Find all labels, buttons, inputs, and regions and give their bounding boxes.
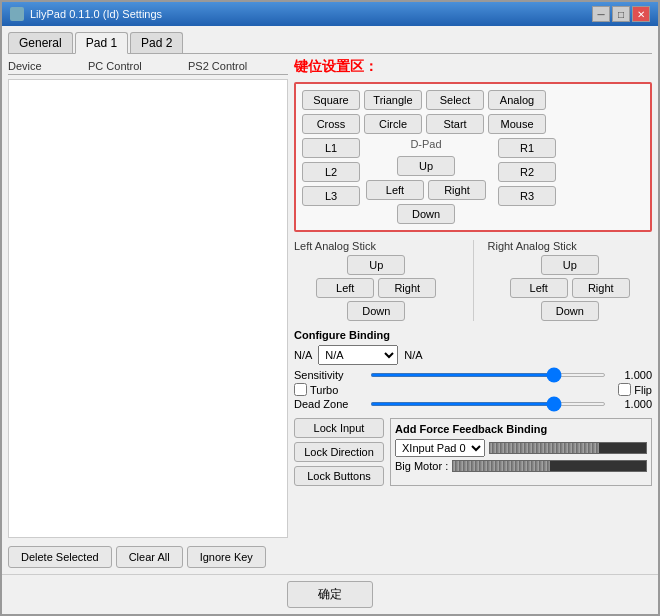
configure-binding-value1: N/A (294, 349, 312, 361)
configure-binding-label: Configure Binding (294, 329, 652, 341)
mouse-button[interactable]: Mouse (488, 114, 546, 134)
left-analog-left[interactable]: Left (316, 278, 374, 298)
lock-direction-button[interactable]: Lock Direction (294, 442, 384, 462)
right-analog-lr: Left Right (510, 278, 630, 298)
ignore-key-button[interactable]: Ignore Key (187, 546, 266, 568)
ok-button[interactable]: 确定 (287, 581, 373, 608)
main-area: Device PC Control PS2 Control 键位设置区： Squ… (8, 58, 652, 538)
configure-binding-select[interactable]: N/A (318, 345, 398, 365)
device-col-device: Device (8, 60, 88, 72)
dpad-label: D-Pad (410, 138, 441, 150)
deadzone-slider[interactable] (370, 402, 606, 406)
l1-button[interactable]: L1 (302, 138, 360, 158)
select-button[interactable]: Select (426, 90, 484, 110)
lock-input-button[interactable]: Lock Input (294, 418, 384, 438)
ff-motor-bar2 (452, 460, 647, 472)
section-label: 键位设置区： (294, 58, 652, 76)
configure-binding-row: N/A N/A N/A (294, 345, 652, 365)
title-bar-left: LilyPad 0.11.0 (Id) Settings (10, 7, 162, 21)
dpad-up-button[interactable]: Up (397, 156, 455, 176)
configure-binding-section: Configure Binding N/A N/A N/A (294, 329, 652, 365)
left-panel: Device PC Control PS2 Control (8, 58, 288, 538)
ff-title: Add Force Feedback Binding (395, 423, 647, 435)
dpad-center: D-Pad Up Left Right Down (366, 138, 486, 224)
r1-button[interactable]: R1 (498, 138, 556, 158)
title-bar: LilyPad 0.11.0 (Id) Settings ─ □ ✕ (2, 2, 658, 26)
l-buttons: L1 L2 L3 (302, 138, 360, 206)
left-analog-group: Left Analog Stick Up Left Right Down (294, 240, 459, 321)
sensitivity-slider[interactable] (370, 373, 606, 377)
device-col-ps2: PS2 Control (188, 60, 278, 72)
force-feedback-section: Add Force Feedback Binding XInput Pad 0 … (390, 418, 652, 486)
triangle-button[interactable]: Triangle (364, 90, 422, 110)
main-window: LilyPad 0.11.0 (Id) Settings ─ □ ✕ Gener… (0, 0, 660, 616)
deadzone-value: 1.000 (612, 398, 652, 410)
dpad-section: L1 L2 L3 D-Pad Up Left Right (302, 138, 644, 224)
lock-buttons-group: Lock Input Lock Direction Lock Buttons (294, 418, 384, 486)
bottom-section: Lock Input Lock Direction Lock Buttons A… (294, 418, 652, 486)
sensitivity-section: Sensitivity 1.000 Turbo Flip (294, 369, 652, 410)
content-area: General Pad 1 Pad 2 Device PC Control PS… (2, 26, 658, 574)
circle-button[interactable]: Circle (364, 114, 422, 134)
footer-row: Delete Selected Clear All Ignore Key (8, 546, 652, 568)
dpad-lr-row: Left Right (366, 180, 486, 200)
device-list (8, 79, 288, 538)
ff-big-motor-label: Big Motor : (395, 460, 448, 472)
analog-section: Left Analog Stick Up Left Right Down Rig… (294, 240, 652, 321)
clear-all-button[interactable]: Clear All (116, 546, 183, 568)
flip-checkbox[interactable] (618, 383, 631, 396)
ok-bar: 确定 (2, 574, 658, 614)
square-button[interactable]: Square (302, 90, 360, 110)
lock-buttons-button[interactable]: Lock Buttons (294, 466, 384, 486)
ff-pad-row: XInput Pad 0 (395, 439, 647, 457)
turbo-flip-row: Turbo Flip (294, 383, 652, 396)
right-analog-up[interactable]: Up (541, 255, 599, 275)
ff-motor-fill2 (453, 461, 549, 471)
ff-motor-bar1 (489, 442, 647, 454)
button-row-1: Square Triangle Select Analog (302, 90, 644, 110)
start-button[interactable]: Start (426, 114, 484, 134)
tab-pad1[interactable]: Pad 1 (75, 32, 128, 54)
sensitivity-label: Sensitivity (294, 369, 364, 381)
left-analog-lr: Left Right (316, 278, 436, 298)
delete-selected-button[interactable]: Delete Selected (8, 546, 112, 568)
r3-button[interactable]: R3 (498, 186, 556, 206)
button-row-2: Cross Circle Start Mouse (302, 114, 644, 134)
left-analog-label: Left Analog Stick (294, 240, 376, 252)
analog-divider (473, 240, 474, 321)
right-panel: 键位设置区： Square Triangle Select Analog Cro… (294, 58, 652, 538)
title-bar-buttons: ─ □ ✕ (592, 6, 650, 22)
ff-motor-fill1 (490, 443, 599, 453)
l2-button[interactable]: L2 (302, 162, 360, 182)
r2-button[interactable]: R2 (498, 162, 556, 182)
left-analog-up[interactable]: Up (347, 255, 405, 275)
tabs-row: General Pad 1 Pad 2 (8, 32, 652, 54)
minimize-button[interactable]: ─ (592, 6, 610, 22)
device-col-pc: PC Control (88, 60, 188, 72)
ff-big-motor-row: Big Motor : (395, 460, 647, 472)
dpad-right-button[interactable]: Right (428, 180, 486, 200)
right-analog-group: Right Analog Stick Up Left Right Down (488, 240, 653, 321)
left-analog-right[interactable]: Right (378, 278, 436, 298)
sensitivity-value: 1.000 (612, 369, 652, 381)
configure-binding-value2: N/A (404, 349, 422, 361)
tab-general[interactable]: General (8, 32, 73, 53)
dpad-left-button[interactable]: Left (366, 180, 424, 200)
r-buttons: R1 R2 R3 (498, 138, 556, 206)
maximize-button[interactable]: □ (612, 6, 630, 22)
deadzone-label: Dead Zone (294, 398, 364, 410)
turbo-label: Turbo (294, 383, 338, 396)
app-icon (10, 7, 24, 21)
ff-pad-select[interactable]: XInput Pad 0 (395, 439, 485, 457)
right-analog-right[interactable]: Right (572, 278, 630, 298)
turbo-checkbox[interactable] (294, 383, 307, 396)
cross-button[interactable]: Cross (302, 114, 360, 134)
close-button[interactable]: ✕ (632, 6, 650, 22)
right-analog-down[interactable]: Down (541, 301, 599, 321)
analog-button[interactable]: Analog (488, 90, 546, 110)
right-analog-left[interactable]: Left (510, 278, 568, 298)
tab-pad2[interactable]: Pad 2 (130, 32, 183, 53)
left-analog-down[interactable]: Down (347, 301, 405, 321)
l3-button[interactable]: L3 (302, 186, 360, 206)
dpad-down-button[interactable]: Down (397, 204, 455, 224)
